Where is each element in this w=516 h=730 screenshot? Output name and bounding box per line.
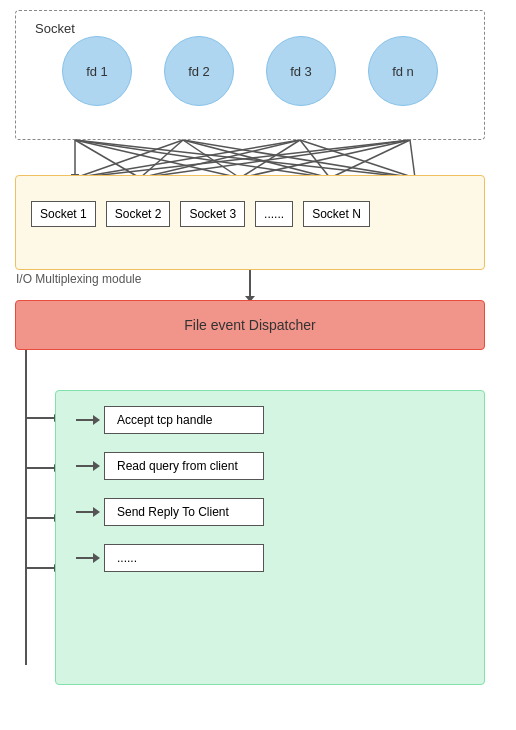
svg-line-3 (75, 140, 330, 178)
handler-row-2: Read query from client (76, 452, 464, 480)
handler-box-1: Accept tcp handle (104, 406, 264, 434)
svg-line-17 (240, 140, 410, 178)
handler-arrow-4 (76, 557, 94, 559)
svg-line-15 (75, 140, 410, 178)
svg-line-4 (75, 140, 415, 178)
svg-line-19 (410, 140, 415, 178)
svg-line-6 (140, 140, 183, 178)
handler-row-1: Accept tcp handle (76, 406, 464, 434)
socket-box-ellipsis: ...... (255, 201, 293, 227)
fd-circle-n: fd n (368, 36, 438, 106)
svg-line-16 (140, 140, 410, 178)
svg-line-8 (183, 140, 330, 178)
handler-arrow-3 (76, 511, 94, 513)
svg-line-10 (75, 140, 300, 178)
fd-circle-1: fd 1 (62, 36, 132, 106)
svg-line-13 (300, 140, 330, 178)
handler-row-3: Send Reply To Client (76, 498, 464, 526)
svg-line-9 (183, 140, 415, 178)
svg-line-5 (75, 140, 183, 178)
socket-section: Socket fd 1 fd 2 fd 3 fd n (15, 10, 485, 140)
svg-line-1 (75, 140, 140, 178)
handler-box-2: Read query from client (104, 452, 264, 480)
handler-box-3: Send Reply To Client (104, 498, 264, 526)
svg-line-7 (183, 140, 240, 178)
socket-boxes-container: Socket N ...... Socket 3 Socket 2 Socket… (16, 176, 484, 237)
file-event-dispatcher: File event Dispatcher (15, 300, 485, 350)
io-multiplexing-label: I/O Multiplexing module (16, 272, 141, 286)
svg-line-11 (140, 140, 300, 178)
io-multiplexing-section: Socket N ...... Socket 3 Socket 2 Socket… (15, 175, 485, 270)
diagram-container: Socket fd 1 fd 2 fd 3 fd n Socket N ....… (0, 0, 516, 730)
handler-row-4: ...... (76, 544, 464, 572)
socket-box-2: Socket 2 (106, 201, 171, 227)
handler-items-container: Accept tcp handle Read query from client… (56, 391, 484, 587)
svg-line-14 (300, 140, 415, 178)
handler-arrow-2 (76, 465, 94, 467)
handlers-section: Accept tcp handle Read query from client… (55, 390, 485, 685)
svg-line-2 (75, 140, 240, 178)
handler-arrow-1 (76, 419, 94, 421)
svg-line-18 (330, 140, 410, 178)
fd-circle-2: fd 2 (164, 36, 234, 106)
fd-circle-3: fd 3 (266, 36, 336, 106)
socket-box-n: Socket N (303, 201, 370, 227)
socket-label: Socket (32, 21, 78, 36)
handler-box-4: ...... (104, 544, 264, 572)
svg-line-12 (240, 140, 300, 178)
socket-box-1: Socket 1 (31, 201, 96, 227)
socket-box-3: Socket 3 (180, 201, 245, 227)
fd-circles-container: fd 1 fd 2 fd 3 fd n (16, 11, 484, 116)
